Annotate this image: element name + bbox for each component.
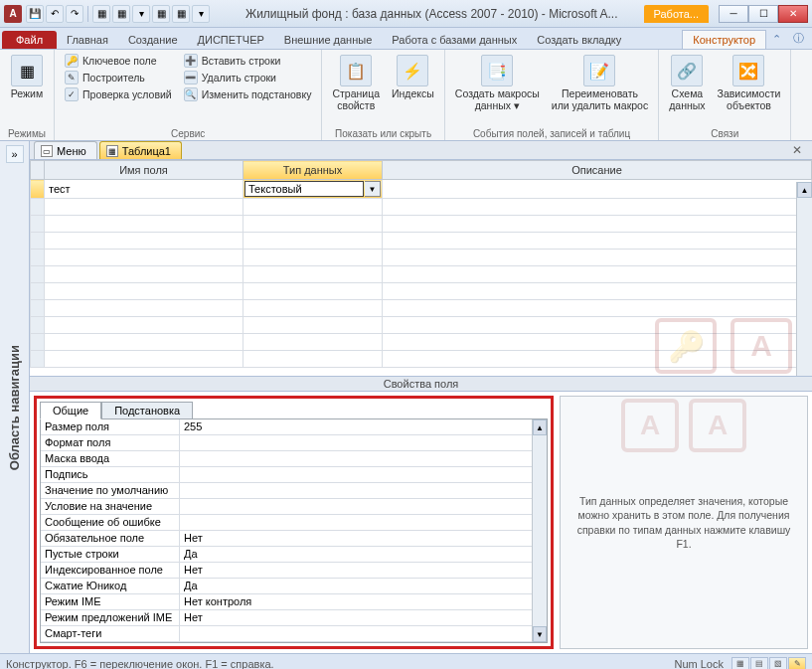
property-value[interactable] <box>180 483 547 498</box>
insert-rows-button[interactable]: ➕Вставить строки <box>180 53 316 69</box>
property-value[interactable]: Да <box>180 579 547 593</box>
property-row[interactable]: Маска ввода <box>41 451 547 467</box>
property-sheet-button[interactable]: 📋 Страница свойств <box>328 53 384 113</box>
grid-row[interactable] <box>31 334 812 351</box>
minimize-ribbon-icon[interactable]: ⌃ <box>766 30 787 49</box>
props-scrollbar[interactable]: ▲ ▼ <box>532 419 547 642</box>
help-icon[interactable]: ⓘ <box>787 28 810 49</box>
grid-scrollbar[interactable]: ▲ <box>796 182 812 376</box>
row-selector-1[interactable] <box>31 180 45 199</box>
col-header-name[interactable]: Имя поля <box>45 161 244 180</box>
tab-dispatcher[interactable]: ДИСПЕТЧЕР <box>188 31 274 49</box>
rename-delete-macro-button[interactable]: 📝 Переименовать или удалить макрос <box>548 53 652 113</box>
datasheet-view-button[interactable]: ▦ <box>731 657 749 670</box>
delete-label: Удалить строки <box>202 72 276 84</box>
delete-rows-button[interactable]: ➖Удалить строки <box>180 70 316 85</box>
redo-icon[interactable]: ↷ <box>66 5 83 23</box>
grid-row-1[interactable]: тест Текстовый ▼ <box>31 180 812 199</box>
grid-row[interactable] <box>31 300 812 317</box>
tab-external[interactable]: Внешние данные <box>274 31 382 49</box>
doc-tab-table1[interactable]: ▦ Таблица1 <box>99 141 182 159</box>
grid-row[interactable] <box>31 283 812 300</box>
qat-btn-2[interactable]: ▦ <box>112 5 130 23</box>
col-header-desc[interactable]: Описание <box>383 161 812 180</box>
dependencies-button[interactable]: 🔀 Зависимости объектов <box>714 53 785 113</box>
property-row[interactable]: Сообщение об ошибке <box>41 515 547 531</box>
property-value[interactable]: Да <box>180 547 547 562</box>
grid-row[interactable] <box>31 250 812 266</box>
scroll-down-icon[interactable]: ▼ <box>533 626 547 642</box>
property-value[interactable] <box>180 435 547 450</box>
property-row[interactable]: Размер поля255 <box>41 419 547 435</box>
property-value[interactable]: 255 <box>180 419 547 434</box>
grid-row[interactable] <box>31 351 812 368</box>
minimize-button[interactable]: ─ <box>719 5 748 23</box>
design-view-button[interactable]: ✎ <box>788 657 806 670</box>
property-value[interactable] <box>180 467 547 482</box>
property-value[interactable]: Нет <box>180 563 547 578</box>
grid-row[interactable] <box>31 233 812 250</box>
property-value[interactable]: Нет <box>180 610 547 625</box>
test-rules-button[interactable]: ✓Проверка условий <box>61 86 176 102</box>
builder-button[interactable]: ✎Построитель <box>61 70 176 85</box>
doc-tab-menu[interactable]: ▭ Меню <box>34 141 97 159</box>
property-row[interactable]: Обязательное полеНет <box>41 531 547 547</box>
grid-row[interactable] <box>31 199 812 216</box>
property-value[interactable]: Нет <box>180 531 547 546</box>
nav-toggle-button[interactable]: » <box>6 145 24 163</box>
tab-create[interactable]: Создание <box>118 31 188 49</box>
tab-file[interactable]: Файл <box>2 31 57 49</box>
property-row[interactable]: Условие на значение <box>41 499 547 515</box>
tab-design[interactable]: Конструктор <box>682 30 766 49</box>
field-name-cell[interactable]: тест <box>45 180 244 199</box>
create-macros-button[interactable]: 📑 Создать макросы данных ▾ <box>451 53 544 113</box>
property-row[interactable]: Индексированное полеНет <box>41 563 547 579</box>
tab-db[interactable]: Работа с базами данных <box>382 31 527 49</box>
pivot-view-button[interactable]: ▤ <box>750 657 768 670</box>
scroll-up-icon[interactable]: ▲ <box>797 182 812 198</box>
qat-dropdown[interactable]: ▾ <box>132 5 150 23</box>
property-row[interactable]: Смарт-теги <box>41 626 547 642</box>
view-button[interactable]: ▦ Режим <box>6 53 48 102</box>
modify-lookup-button[interactable]: 🔍Изменить подстановку <box>180 86 316 102</box>
maximize-button[interactable]: ☐ <box>748 5 778 23</box>
row-selector-header[interactable] <box>31 161 45 180</box>
tab-general[interactable]: Общие <box>40 402 101 419</box>
qat-customize[interactable]: ▾ <box>192 5 210 23</box>
grid-row[interactable] <box>31 216 812 233</box>
property-row[interactable]: Подпись <box>41 467 547 483</box>
grid-row[interactable] <box>31 266 812 283</box>
property-value[interactable] <box>180 451 547 466</box>
property-value[interactable] <box>180 499 547 514</box>
doc-close-button[interactable]: ✕ <box>786 141 808 159</box>
property-row[interactable]: Значение по умолчанию <box>41 483 547 499</box>
qat-btn-1[interactable]: ▦ <box>92 5 110 23</box>
field-type-cell[interactable]: Текстовый ▼ <box>244 180 383 199</box>
indexes-button[interactable]: ⚡ Индексы <box>388 53 438 102</box>
field-desc-cell[interactable] <box>383 180 812 199</box>
close-button[interactable]: ✕ <box>778 5 808 23</box>
property-value[interactable] <box>180 626 547 641</box>
undo-icon[interactable]: ↶ <box>46 5 64 23</box>
qat-btn-3[interactable]: ▦ <box>152 5 170 23</box>
col-header-type[interactable]: Тип данных <box>244 161 383 180</box>
dropdown-arrow-icon[interactable]: ▼ <box>365 181 381 197</box>
property-row[interactable]: Сжатие ЮникодДа <box>41 579 547 594</box>
chart-view-button[interactable]: ▧ <box>769 657 787 670</box>
tab-new[interactable]: Создать вкладку <box>527 31 631 49</box>
key-field-button[interactable]: 🔑Ключевое поле <box>61 53 176 69</box>
qat-btn-4[interactable]: ▦ <box>172 5 190 23</box>
property-row[interactable]: Формат поля <box>41 435 547 451</box>
property-value[interactable]: Нет контроля <box>180 594 547 609</box>
grid-row[interactable] <box>31 317 812 334</box>
save-icon[interactable]: 💾 <box>26 5 44 23</box>
tab-lookup[interactable]: Подстановка <box>101 402 193 419</box>
schema-button[interactable]: 🔗 Схема данных <box>665 53 709 113</box>
type-value[interactable]: Текстовый <box>244 181 364 197</box>
scroll-up-icon[interactable]: ▲ <box>533 419 547 435</box>
property-row[interactable]: Пустые строкиДа <box>41 547 547 563</box>
tab-home[interactable]: Главная <box>57 31 118 49</box>
property-row[interactable]: Режим IMEНет контроля <box>41 594 547 610</box>
property-value[interactable] <box>180 515 547 530</box>
property-row[interactable]: Режим предложений IMEНет <box>41 610 547 626</box>
